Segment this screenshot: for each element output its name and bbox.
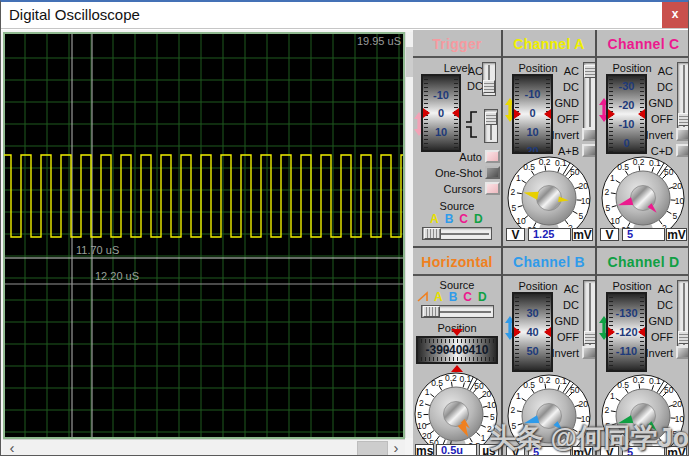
vertical-scrollbar[interactable]: [405, 32, 413, 438]
invert-button[interactable]: [676, 128, 689, 141]
channel-b-gain-knob[interactable]: 0.50.20.1125102050201052: [503, 372, 595, 450]
source-channel-a: A: [430, 212, 439, 226]
ramp-source-icon: [417, 291, 431, 303]
scroll-left-arrow[interactable]: ‹: [5, 440, 19, 456]
volts-unit-label: V: [506, 228, 525, 241]
source-channel-c: C: [459, 212, 468, 226]
scope-display-area: 11.70 uS12.20 uS19.95 uS ‹ ›: [1, 30, 413, 456]
wheel-value: 30: [514, 307, 551, 319]
vertical-scrollbar-thumb[interactable]: [406, 47, 413, 77]
volts-unit-label: V: [506, 446, 525, 456]
slider-thumb[interactable]: [423, 306, 440, 317]
svg-text:2: 2: [511, 187, 516, 197]
horizontal-scrollbar-thumb[interactable]: [357, 441, 388, 456]
svg-text:0.1: 0.1: [555, 158, 567, 168]
invert-button[interactable]: [676, 346, 689, 359]
source-channel-b: B: [445, 212, 454, 226]
source-channel-d: D: [474, 212, 483, 226]
channel-c-gain-knob[interactable]: 0.50.20.1125102050201052: [597, 154, 689, 232]
cursors-label: Cursors: [443, 183, 482, 195]
wheel-marker: [608, 109, 615, 119]
slider-thumb[interactable]: [678, 331, 689, 344]
trigger-source-slider[interactable]: [422, 227, 492, 240]
trigger-coupling-slider[interactable]: [482, 62, 496, 96]
horizontal-source-slider[interactable]: [421, 305, 494, 318]
svg-text:20: 20: [673, 181, 683, 191]
auto-button[interactable]: [485, 150, 500, 163]
svg-text:1: 1: [610, 391, 615, 401]
svg-text:0.1: 0.1: [649, 158, 661, 168]
horizontal-position-wheel[interactable]: -390-400-410: [416, 336, 498, 364]
slider-thumb[interactable]: [584, 65, 595, 78]
trigger-buttons: AutoOne-ShotCursors: [413, 150, 500, 195]
falling-edge-icon: [465, 126, 478, 138]
source-label: Source: [431, 200, 483, 212]
millivolts-unit-label: mV: [572, 446, 593, 456]
slider-thumb[interactable]: [485, 112, 497, 125]
channel-b-panel: Channel B Position 304050 ACDCGNDOFF Inv…: [503, 248, 595, 456]
svg-text:10: 10: [581, 414, 591, 424]
timebase-knob[interactable]: 0.50.20.11251020501002005020105210.5: [413, 370, 501, 448]
millivolts-unit-label: mV: [572, 228, 593, 241]
svg-text:0.5: 0.5: [523, 162, 535, 172]
coupling-label-off: OFF: [641, 331, 673, 343]
wheel-marker: [423, 108, 430, 118]
scope-bezel: [4, 33, 404, 438]
position-marker-top: [451, 329, 463, 336]
channel-d-gain-knob[interactable]: 0.50.20.1125102050201052: [597, 372, 689, 450]
scope-screen: 11.70 uS12.20 uS19.95 uS: [3, 32, 405, 439]
source-channel-d: D: [478, 290, 487, 304]
time-readout: 19.95 uS: [357, 35, 401, 47]
slider-thumb[interactable]: [678, 113, 689, 126]
channel-d-title: Channel D: [597, 248, 689, 276]
cursor-time-label: 11.70 uS: [76, 244, 119, 256]
trigger-dc-label: DC: [453, 80, 483, 92]
channel-d-panel: Channel D Position -130-120-110 ACDCGNDO…: [597, 248, 689, 456]
channel-d-coupling-slider[interactable]: [677, 280, 689, 348]
channel-c-coupling-slider[interactable]: [677, 62, 689, 130]
invert-button[interactable]: [582, 346, 595, 359]
channel-c-panel: Channel C Position -30-20-100 ACDCGNDOFF…: [597, 30, 689, 246]
channel-c-buttons: InvertC+D: [597, 128, 689, 157]
wheel-value: 10: [423, 126, 459, 138]
slider-thumb[interactable]: [584, 331, 595, 344]
one-shot-label: One-Shot: [435, 167, 482, 179]
svg-text:5: 5: [606, 421, 611, 431]
svg-text:0.5: 0.5: [617, 162, 629, 172]
coupling-label-dc: DC: [641, 81, 673, 93]
horizontal-scrollbar[interactable]: ‹ ›: [3, 439, 405, 456]
coupling-label-off: OFF: [641, 113, 673, 125]
invert-button[interactable]: [582, 128, 595, 141]
trigger-source-channels: ABCD: [430, 212, 483, 226]
svg-text:0.1: 0.1: [649, 376, 661, 386]
channel-a-gain-knob[interactable]: 0.50.20.1125102050201052: [503, 154, 595, 232]
slider-thumb[interactable]: [424, 228, 441, 239]
trigger-ac-label: AC: [453, 65, 483, 77]
slider-thumb[interactable]: [483, 80, 495, 93]
svg-text:20: 20: [579, 181, 589, 191]
horizontal-panel-title: Horizontal: [413, 248, 501, 276]
horizontal-source-channels: ABCD: [434, 290, 487, 304]
source-channel-b: B: [449, 290, 458, 304]
svg-text:0.1: 0.1: [460, 374, 472, 384]
trigger-edge-slider[interactable]: [484, 109, 498, 143]
wheel-value: -10: [514, 88, 551, 100]
coupling-label-ac: AC: [641, 283, 673, 295]
svg-text:5: 5: [579, 429, 584, 439]
channel-a-coupling-slider[interactable]: [583, 62, 595, 130]
control-panels: Trigger Level -10010 AC DC AutoOne-: [413, 30, 689, 456]
millivolts-unit-label: mV: [666, 446, 687, 456]
scroll-right-arrow[interactable]: ›: [389, 440, 403, 456]
source-channel-c: C: [463, 290, 472, 304]
close-button[interactable]: x: [662, 2, 688, 28]
svg-text:0.1: 0.1: [555, 376, 567, 386]
channel-b-coupling-slider[interactable]: [583, 280, 595, 348]
channel-b-title: Channel B: [503, 248, 595, 276]
svg-text:0.2: 0.2: [445, 373, 457, 383]
millivolts-unit-label: mV: [666, 228, 687, 241]
volts-unit-label: V: [600, 228, 619, 241]
svg-text:5: 5: [673, 429, 678, 439]
cursors-button[interactable]: [485, 182, 500, 195]
svg-text:10: 10: [581, 196, 591, 206]
one-shot-button[interactable]: [485, 166, 500, 179]
